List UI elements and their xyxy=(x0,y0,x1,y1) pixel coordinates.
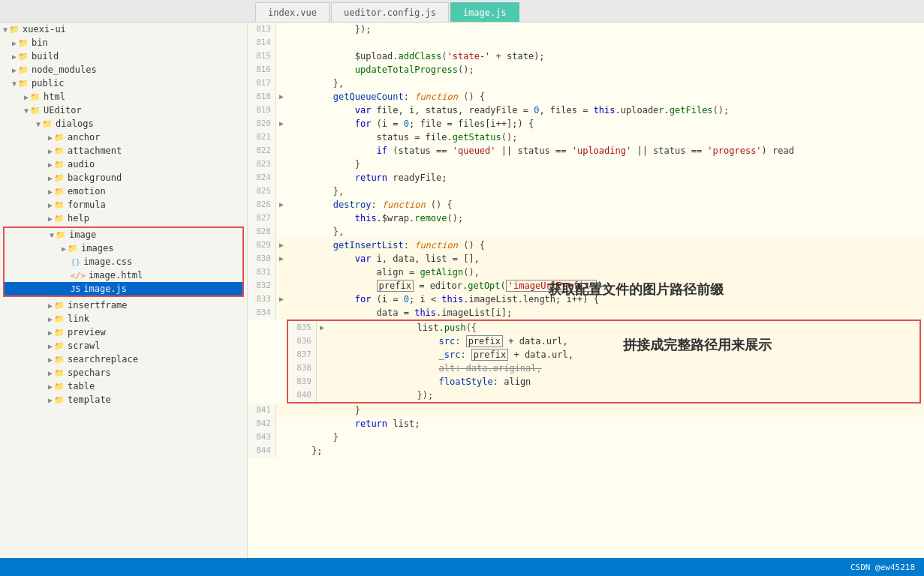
code-line-838: 838 alt: data.original, xyxy=(288,362,919,375)
folder-icon: 📁 xyxy=(30,106,41,116)
sidebar-item-emotion[interactable]: ▶ 📁 emotion xyxy=(0,184,247,198)
item-label: public xyxy=(32,78,64,88)
sidebar-item-anchor[interactable]: ▶ 📁 anchor xyxy=(0,130,247,144)
code-line-819: 819 var file, i, status, readyFile = 0, … xyxy=(248,104,924,117)
tab-index-vue[interactable]: index.vue xyxy=(255,2,330,22)
status-bar: CSDN @ew45218 xyxy=(0,558,924,576)
chevron-icon: ▼ xyxy=(24,106,29,115)
sidebar-item-public[interactable]: ▼ 📁 public xyxy=(0,76,247,90)
image-group-highlight: ▼ 📁 image ▶ 📁 images {} image.css </> xyxy=(3,226,244,297)
code-line-843: 843 } xyxy=(248,430,924,444)
sidebar-item-searchreplace[interactable]: ▶ 📁 searchreplace xyxy=(0,352,247,366)
sidebar-item-html[interactable]: ▶ 📁 html xyxy=(0,90,247,104)
folder-icon: 📁 xyxy=(54,314,65,324)
sidebar-item-build[interactable]: ▶ 📁 build xyxy=(0,50,247,63)
code-editor[interactable]: 813 }); 814 815 $upload.addClass('state-… xyxy=(248,22,924,558)
sidebar-item-spechars[interactable]: ▶ 📁 spechars xyxy=(0,366,247,380)
code-line-825: 825 }, xyxy=(248,184,924,198)
code-line-822: 822 if (status == 'queued' || status == … xyxy=(248,144,924,158)
tab-ueditor-config[interactable]: ueditor.config.js xyxy=(331,2,449,22)
item-label: formula xyxy=(68,200,106,210)
sidebar-item-insertframe[interactable]: ▶ 📁 insertframe xyxy=(0,298,247,312)
chevron-icon: ▶ xyxy=(62,244,66,253)
sidebar-item-attachment[interactable]: ▶ 📁 attachment xyxy=(0,144,247,158)
item-label: background xyxy=(68,172,122,183)
code-line-839: 839 floatStyle: align xyxy=(288,375,919,388)
sidebar-item-background[interactable]: ▶ 📁 background xyxy=(0,171,247,184)
code-line-832: 832 prefix = editor.getOpt('imageUrlPref… xyxy=(248,279,924,292)
code-line-827: 827 this.$wrap.remove(); xyxy=(248,212,924,225)
item-label: searchreplace xyxy=(68,354,138,364)
item-label: dialogs xyxy=(56,118,94,129)
folder-icon: 📁 xyxy=(18,38,29,48)
chevron-icon: ▼ xyxy=(3,26,8,34)
sidebar-item-image-css[interactable]: {} image.css xyxy=(5,255,242,268)
folder-icon: 📁 xyxy=(54,341,65,351)
folder-icon: 📁 xyxy=(54,301,65,310)
chevron-icon: ▶ xyxy=(48,201,53,209)
chevron-icon: ▶ xyxy=(48,134,53,142)
chevron-icon: ▶ xyxy=(48,342,53,350)
item-label: build xyxy=(32,51,59,62)
sidebar-item-scrawl[interactable]: ▶ 📁 scrawl xyxy=(0,339,247,352)
chevron-icon: ▶ xyxy=(48,315,53,323)
code-line-840: 840 }); xyxy=(288,388,919,402)
sidebar-item-template[interactable]: ▶ 📁 template xyxy=(0,393,247,406)
folder-icon: 📁 xyxy=(18,52,29,62)
item-label: node_modules xyxy=(32,64,97,75)
tab-image-js[interactable]: image.js xyxy=(450,2,519,22)
folder-icon: 📁 xyxy=(54,328,65,338)
chevron-icon: ▶ xyxy=(48,396,53,404)
code-line-844: 844 }; xyxy=(248,444,924,458)
sidebar-item-image-js[interactable]: JS image.js xyxy=(5,282,242,296)
sidebar-item-image-html[interactable]: </> image.html xyxy=(5,268,242,282)
code-line-813: 813 }); xyxy=(248,22,924,36)
item-label: preview xyxy=(68,327,106,338)
folder-icon: 📁 xyxy=(30,92,41,102)
item-label: UEditor xyxy=(44,105,82,116)
folder-icon: 📁 xyxy=(54,187,65,196)
sidebar-item-image[interactable]: ▼ 📁 image xyxy=(5,228,242,242)
sidebar-item-node-modules[interactable]: ▶ 📁 node_modules xyxy=(0,63,247,76)
code-line-818: 818 ▶ getQueueCount: function () { xyxy=(248,90,924,104)
chevron-icon: ▶ xyxy=(48,328,53,337)
item-label: emotion xyxy=(68,186,106,196)
chevron-icon: ▶ xyxy=(48,147,53,155)
item-label: html xyxy=(44,92,65,102)
sidebar-item-ueditor[interactable]: ▼ 📁 UEditor xyxy=(0,104,247,117)
code-line-834: 834 data = this.imageList[i]; xyxy=(248,306,924,320)
chevron-icon: ▶ xyxy=(48,214,53,223)
chevron-icon: ▶ xyxy=(48,382,53,391)
sidebar-item-audio[interactable]: ▶ 📁 audio xyxy=(0,158,247,171)
folder-icon: 📁 xyxy=(9,25,20,34)
sidebar-item-formula[interactable]: ▶ 📁 formula xyxy=(0,198,247,212)
sidebar-item-dialogs[interactable]: ▼ 📁 dialogs xyxy=(0,117,247,130)
chevron-icon: ▶ xyxy=(48,174,53,182)
sidebar-item-help[interactable]: ▶ 📁 help xyxy=(0,212,247,225)
chevron-icon: ▶ xyxy=(12,66,17,74)
code-line-823: 823 } xyxy=(248,158,924,171)
code-line-817: 817 }, xyxy=(248,76,924,90)
folder-icon: 📁 xyxy=(54,368,65,378)
sidebar-item-bin[interactable]: ▶ 📁 bin xyxy=(0,36,247,50)
folder-icon: 📁 xyxy=(54,133,65,142)
item-label: scrawl xyxy=(68,340,100,351)
sidebar-item-preview[interactable]: ▶ 📁 preview xyxy=(0,326,247,339)
chevron-icon: ▶ xyxy=(48,369,53,377)
sidebar: ▼ 📁 xuexi-ui ▶ 📁 bin ▶ 📁 build ▶ 📁 node_… xyxy=(0,22,248,558)
folder-icon: 📁 xyxy=(42,119,53,129)
item-label: template xyxy=(68,394,111,405)
item-label: attachment xyxy=(68,146,122,156)
code-line-821: 821 status = file.getStatus(); xyxy=(248,130,924,144)
sidebar-item-link[interactable]: ▶ 📁 link xyxy=(0,312,247,326)
code-line-814: 814 xyxy=(248,36,924,50)
sidebar-root[interactable]: ▼ 📁 xuexi-ui xyxy=(0,22,247,36)
sidebar-item-images[interactable]: ▶ 📁 images xyxy=(5,242,242,255)
folder-icon: 📁 xyxy=(54,355,65,364)
annotation-region: 829 ▶ getInsertList: function () { 830 ▶… xyxy=(248,238,924,417)
folder-icon: 📁 xyxy=(18,65,29,75)
sidebar-item-table[interactable]: ▶ 📁 table xyxy=(0,380,247,393)
folder-icon: 📁 xyxy=(54,395,65,405)
code-line-826: 826 ▶ destroy: function () { xyxy=(248,198,924,212)
chevron-icon: ▶ xyxy=(48,188,53,196)
